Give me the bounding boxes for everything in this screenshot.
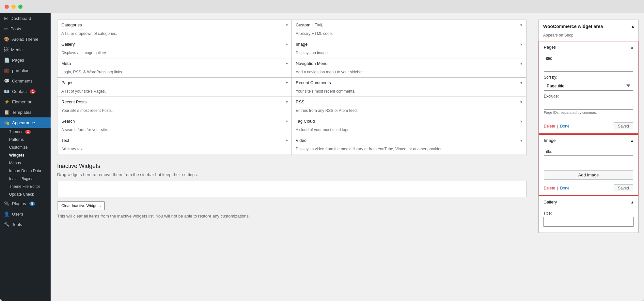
widget-categories-header[interactable]: Categories ▾ <box>57 20 292 30</box>
menus-label: Menus <box>9 161 21 165</box>
pages-sort-select[interactable]: Page title Page order Page ID <box>544 81 633 91</box>
image-saved-button[interactable]: Saved <box>614 184 633 192</box>
sidebar-label-comments: Comments <box>12 79 33 83</box>
woo-pages-widget-arrow: ▴ <box>631 45 633 50</box>
widget-meta-header[interactable]: Meta ▾ <box>57 58 292 68</box>
sidebar-item-comments[interactable]: 💬 Comments <box>0 76 51 86</box>
pages-delete-link[interactable]: Delete <box>544 124 555 128</box>
widget-categories-desc: A list or dropdown of categories. <box>57 30 292 39</box>
widget-tag-cloud: Tag Cloud ▾ A cloud of your most used ta… <box>291 116 526 136</box>
sidebar-item-import-demo[interactable]: Import Demo Data <box>0 167 51 175</box>
woo-widget-area: WooCommerce widget area ▴ Appears on Sho… <box>538 20 639 233</box>
inactive-note: This will clear all items from the inact… <box>57 214 526 218</box>
sidebar-item-dashboard[interactable]: ⊞ Dashboard <box>0 13 51 23</box>
themes-label: Themes <box>9 129 23 134</box>
image-action-links: Delete | Done <box>544 186 570 190</box>
widget-recent-comments: Recent Comments ▾ Your site's most recen… <box>291 77 526 97</box>
sidebar-item-media[interactable]: 🖼 Media <box>0 44 51 55</box>
widget-search-header[interactable]: Search ▾ <box>57 116 292 126</box>
widget-gallery-header[interactable]: Gallery ▾ <box>57 39 292 49</box>
sidebar-item-arolax[interactable]: 🎨 Arolax Theme <box>0 34 51 44</box>
widget-nav-menu-header[interactable]: Navigation Menu ▾ <box>292 58 526 68</box>
maximize-button[interactable] <box>18 5 23 9</box>
sidebar-item-update-check[interactable]: Update Check <box>0 190 51 198</box>
widget-image-arrow: ▾ <box>520 42 522 47</box>
widget-custom-html-desc: Arbitrary HTML code. <box>292 30 526 39</box>
widget-custom-html-header[interactable]: Custom HTML ▾ <box>292 20 526 30</box>
woo-area-header[interactable]: WooCommerce widget area ▴ <box>539 20 638 33</box>
sidebar-item-widgets[interactable]: Widgets <box>0 151 51 159</box>
sidebar-item-patterns[interactable]: Patterns <box>0 136 51 143</box>
pages-title-input[interactable] <box>544 62 633 72</box>
pages-exclude-input[interactable] <box>544 100 633 110</box>
widget-text-header[interactable]: Text ▾ <box>57 135 292 145</box>
widget-recent-comments-title: Recent Comments <box>296 80 331 85</box>
woo-gallery-widget-body: Title: <box>539 208 638 233</box>
sidebar-item-customize[interactable]: Customize <box>0 143 51 151</box>
widget-video-arrow: ▾ <box>520 138 522 143</box>
dashboard-icon: ⊞ <box>4 16 8 21</box>
clear-inactive-button[interactable]: Clear Inactive Widgets <box>57 201 105 210</box>
wp-admin: ⊞ Dashboard ✏ Posts 🎨 Arolax Theme 🖼 Med… <box>0 13 644 301</box>
add-image-button[interactable]: Add Image <box>544 170 633 180</box>
widget-recent-posts-header[interactable]: Recent Posts ▾ <box>57 97 292 107</box>
sidebar-item-templates[interactable]: 📋 Templates <box>0 107 51 117</box>
widget-search-title: Search <box>61 119 75 124</box>
widget-image-header[interactable]: Image ▾ <box>292 39 526 49</box>
woo-gallery-widget-header[interactable]: Gallery ▴ <box>539 196 638 208</box>
sidebar-label-plugins: Plugins <box>12 201 26 206</box>
sidebar-item-tools[interactable]: 🔧 Tools <box>0 219 51 230</box>
image-delete-link[interactable]: Delete <box>544 186 555 190</box>
widget-pages-desc: A list of your site's Pages. <box>57 88 292 97</box>
pages-done-link[interactable]: Done <box>560 124 570 128</box>
widget-recent-posts-title: Recent Posts <box>61 99 86 104</box>
widget-video-desc: Displays a video from the media library … <box>292 145 526 155</box>
widget-image: Image ▾ Displays an image. <box>291 39 526 59</box>
close-button[interactable] <box>5 5 9 9</box>
widget-pages-header[interactable]: Pages ▾ <box>57 78 292 88</box>
sidebar-item-posts[interactable]: ✏ Posts <box>0 23 51 34</box>
widget-tag-cloud-title: Tag Cloud <box>296 119 315 124</box>
widget-rss-title: RSS <box>296 99 305 104</box>
sidebar-item-pages[interactable]: 📄 Pages <box>0 55 51 65</box>
sidebar-label-tools: Tools <box>12 222 22 227</box>
widget-gallery: Gallery ▾ Displays an image gallery. <box>57 39 292 59</box>
image-title-input[interactable] <box>544 155 633 165</box>
sidebar-label-portfolios: portfolios <box>12 68 29 73</box>
sidebar-item-plugins[interactable]: 🔌 Plugins 5 <box>0 198 51 209</box>
sidebar-item-users[interactable]: 👤 Users <box>0 209 51 219</box>
main-content: Categories ▾ A list or dropdown of categ… <box>51 13 644 301</box>
pages-saved-button[interactable]: Saved <box>614 122 633 130</box>
widget-rss-header[interactable]: RSS ▾ <box>292 97 526 107</box>
widget-categories: Categories ▾ A list or dropdown of categ… <box>57 20 292 39</box>
sidebar-item-portfolios[interactable]: 💼 portfolios <box>0 65 51 76</box>
widget-rss-desc: Entries from any RSS or Atom feed. <box>292 107 526 116</box>
gallery-title-input[interactable] <box>543 217 634 227</box>
woo-image-widget-header[interactable]: Image ▴ <box>539 135 638 146</box>
gallery-title-group: Title: <box>543 211 634 227</box>
widget-video-title: Video <box>296 138 306 143</box>
sidebar-item-themes[interactable]: Themes 3 <box>0 128 51 136</box>
contact-badge: 1 <box>30 89 36 94</box>
widget-video-header[interactable]: Video ▾ <box>292 135 526 145</box>
sidebar-item-contact[interactable]: 📧 Contact 1 <box>0 86 51 97</box>
widget-tag-cloud-header[interactable]: Tag Cloud ▾ <box>292 116 526 126</box>
pages-exclude-label: Exclude: <box>544 94 633 98</box>
widget-recent-comments-header[interactable]: Recent Comments ▾ <box>292 78 526 88</box>
sidebar-item-theme-file-editor[interactable]: Theme File Editor <box>0 183 51 190</box>
woo-gallery-widget-arrow: ▴ <box>631 200 634 204</box>
widget-custom-html-title: Custom HTML <box>296 23 323 27</box>
pages-exclude-group: Exclude: Page IDs, separated by commas. <box>544 94 633 114</box>
minimize-button[interactable] <box>11 5 16 9</box>
woo-pages-widget-header[interactable]: Pages ▴ <box>539 41 638 53</box>
image-done-link[interactable]: Done <box>560 186 570 190</box>
sidebar-item-elementor[interactable]: ⚡ Elementor <box>0 97 51 107</box>
woo-image-widget-actions: Delete | Done Saved <box>539 182 638 195</box>
image-title-group: Title: <box>544 149 633 165</box>
sidebar-item-appearance[interactable]: 🎭 Appearance <box>0 117 51 128</box>
inactive-drop-zone[interactable] <box>57 181 526 197</box>
sidebar-label-dashboard: Dashboard <box>10 16 31 21</box>
sidebar-item-menus[interactable]: Menus <box>0 159 51 167</box>
sidebar-item-install-plugins[interactable]: Install Plugins <box>0 175 51 183</box>
widget-navigation-menu: Navigation Menu ▾ Add a navigation menu … <box>291 58 526 78</box>
